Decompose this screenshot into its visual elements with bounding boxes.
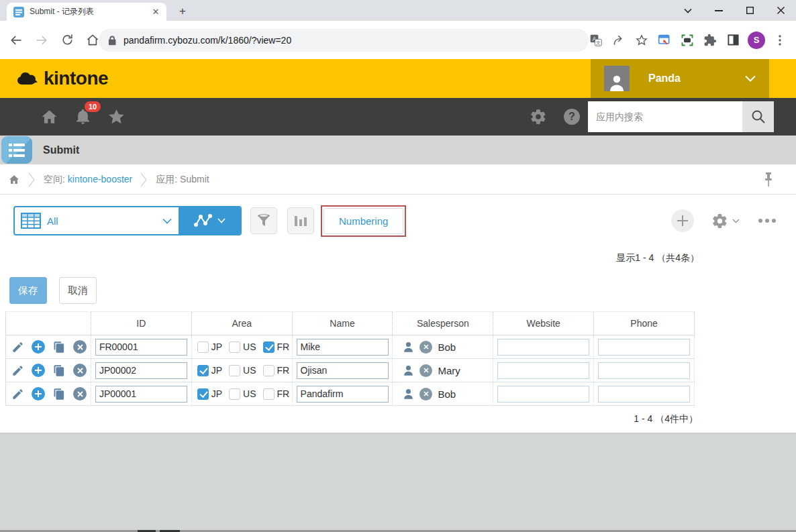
duplicate-row-icon[interactable] bbox=[52, 364, 66, 377]
area-checkbox-fr[interactable]: FR bbox=[263, 341, 290, 353]
favorites-star-icon[interactable] bbox=[106, 107, 126, 127]
id-input[interactable] bbox=[95, 339, 187, 356]
record-count-top: 显示1 - 4 （共4条） bbox=[616, 252, 699, 264]
window-picker-extension-icon[interactable] bbox=[656, 32, 673, 48]
back-button[interactable] bbox=[8, 32, 24, 48]
checkbox-label: US bbox=[243, 388, 256, 399]
cancel-button[interactable]: 取消 bbox=[59, 277, 97, 304]
app-search-button[interactable] bbox=[742, 101, 774, 132]
view-selector[interactable]: All bbox=[13, 206, 242, 235]
app-title: Submit bbox=[43, 136, 79, 164]
name-input[interactable] bbox=[297, 362, 389, 379]
area-checkbox-us[interactable]: US bbox=[229, 388, 256, 400]
user-avatar bbox=[604, 66, 630, 91]
browser-titlebar: Submit - 记录列表 ✕ + bbox=[0, 0, 796, 21]
profile-avatar[interactable]: S bbox=[748, 32, 765, 49]
view-toolbar: All Numbering bbox=[13, 205, 776, 237]
theme-extension-icon[interactable] bbox=[725, 32, 741, 48]
area-checkbox-jp[interactable]: JP bbox=[197, 388, 222, 400]
phone-input[interactable] bbox=[598, 339, 690, 356]
duplicate-row-icon[interactable] bbox=[52, 340, 66, 354]
view-settings-button[interactable] bbox=[711, 213, 740, 229]
close-window-button[interactable] bbox=[765, 0, 796, 21]
screen-capture-extension-icon[interactable] bbox=[679, 32, 695, 48]
app-icon[interactable] bbox=[1, 136, 32, 164]
filter-funnel-icon bbox=[256, 213, 272, 229]
portal-home-icon[interactable] bbox=[39, 107, 59, 127]
website-input[interactable] bbox=[497, 362, 589, 379]
column-header-name: Name bbox=[293, 312, 393, 335]
extensions-puzzle-icon[interactable] bbox=[702, 32, 718, 48]
reload-button[interactable] bbox=[59, 32, 75, 48]
pin-icon[interactable] bbox=[764, 172, 773, 187]
numbering-highlight-box: Numbering bbox=[321, 205, 406, 237]
new-tab-button[interactable]: + bbox=[176, 5, 189, 18]
salesperson-remove-icon[interactable] bbox=[419, 364, 432, 377]
salesperson-remove-icon[interactable] bbox=[419, 341, 432, 354]
share-icon[interactable] bbox=[611, 32, 627, 48]
insert-row-icon[interactable] bbox=[32, 364, 45, 377]
kintone-logo[interactable]: kintone bbox=[16, 59, 108, 98]
area-checkbox-jp[interactable]: JP bbox=[197, 341, 222, 353]
kintone-favicon-icon bbox=[13, 7, 24, 17]
name-input[interactable] bbox=[297, 339, 389, 356]
breadcrumb-home-icon[interactable] bbox=[8, 174, 20, 185]
tab-search-chevron-icon[interactable] bbox=[673, 0, 703, 21]
maximize-button[interactable] bbox=[734, 0, 765, 21]
area-checkbox-us[interactable]: US bbox=[229, 365, 256, 376]
area-checkbox-us[interactable]: US bbox=[229, 341, 256, 353]
website-input[interactable] bbox=[497, 339, 589, 356]
filter-button[interactable] bbox=[250, 207, 277, 234]
name-input[interactable] bbox=[297, 386, 389, 403]
user-menu[interactable]: Panda bbox=[591, 59, 769, 98]
phone-input[interactable] bbox=[598, 386, 690, 403]
area-checkbox-jp[interactable]: JP bbox=[197, 365, 222, 376]
edit-record-icon[interactable] bbox=[11, 340, 24, 354]
table-row: JP US FR Bob bbox=[6, 382, 695, 406]
lock-icon bbox=[108, 36, 117, 46]
area-checkbox-fr[interactable]: FR bbox=[263, 388, 290, 400]
breadcrumb-space-item[interactable]: 空间: kintone-booster bbox=[44, 174, 132, 186]
minimize-button[interactable] bbox=[703, 0, 734, 21]
notification-bell-icon[interactable]: 10 bbox=[72, 107, 93, 127]
edit-record-icon[interactable] bbox=[11, 387, 24, 401]
column-header-website: Website bbox=[493, 312, 594, 335]
remove-row-icon[interactable] bbox=[73, 364, 87, 377]
checkbox-label: JP bbox=[211, 365, 222, 376]
toolbar-gear-icon bbox=[711, 213, 728, 229]
more-options-button[interactable] bbox=[758, 219, 776, 223]
settings-gear-icon[interactable] bbox=[530, 108, 547, 125]
checkbox-box bbox=[263, 388, 275, 400]
phone-input[interactable] bbox=[598, 362, 690, 379]
app-search-input[interactable] bbox=[588, 101, 742, 132]
area-checkbox-fr[interactable]: FR bbox=[263, 365, 290, 376]
tab-close-icon[interactable]: ✕ bbox=[150, 7, 161, 17]
insert-row-icon[interactable] bbox=[32, 387, 45, 401]
remove-row-icon[interactable] bbox=[73, 340, 87, 354]
space-link[interactable]: kintone-booster bbox=[68, 174, 133, 184]
browser-menu-kebab-icon[interactable] bbox=[772, 32, 788, 48]
graph-view-button[interactable] bbox=[179, 207, 240, 234]
website-input[interactable] bbox=[497, 386, 589, 403]
add-record-button[interactable] bbox=[671, 209, 694, 232]
chart-button[interactable] bbox=[287, 207, 314, 234]
id-input[interactable] bbox=[95, 362, 187, 379]
hamburger-menu-icon[interactable] bbox=[5, 107, 26, 127]
gear-chevron-down-icon bbox=[732, 219, 740, 223]
remove-row-icon[interactable] bbox=[73, 387, 87, 401]
edit-record-icon[interactable] bbox=[11, 364, 24, 377]
id-input[interactable] bbox=[95, 386, 187, 403]
numbering-button[interactable]: Numbering bbox=[324, 208, 403, 234]
bookmark-star-icon[interactable] bbox=[634, 32, 650, 48]
translate-icon[interactable]: A文 bbox=[588, 32, 604, 48]
forward-button[interactable] bbox=[34, 32, 50, 48]
help-icon[interactable]: ? bbox=[564, 109, 580, 125]
address-bar[interactable]: pandafirm.cybozu.com/k/1860/?view=20 bbox=[99, 29, 589, 52]
checkbox-box bbox=[229, 341, 240, 353]
insert-row-icon[interactable] bbox=[32, 340, 45, 354]
salesperson-remove-icon[interactable] bbox=[419, 388, 432, 401]
duplicate-row-icon[interactable] bbox=[52, 387, 66, 401]
save-button[interactable]: 保存 bbox=[9, 277, 47, 304]
browser-tab[interactable]: Submit - 记录列表 ✕ bbox=[7, 3, 166, 21]
checkbox-label: FR bbox=[277, 365, 290, 376]
